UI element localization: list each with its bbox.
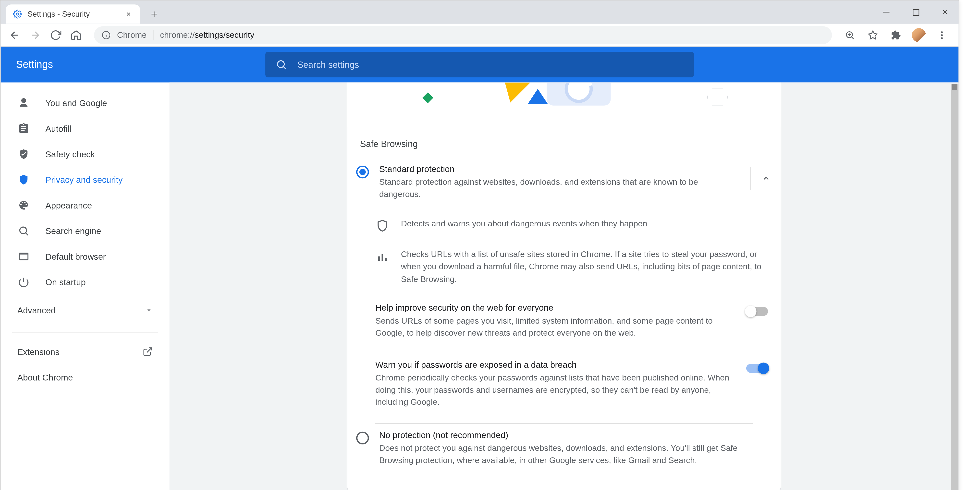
hero-illustration <box>347 83 781 127</box>
toolbar-actions <box>841 26 953 44</box>
omnibox-url: chrome://settings/security <box>160 30 254 40</box>
tab-strip: Settings - Security <box>1 1 959 24</box>
sidebar-item-privacy-security[interactable]: Privacy and security <box>1 167 170 192</box>
settings-search-input[interactable] <box>298 59 684 70</box>
svg-point-5 <box>941 34 943 36</box>
svg-rect-1 <box>913 9 919 15</box>
option-desc: Standard protection against websites, do… <box>379 177 740 200</box>
power-icon <box>17 275 30 288</box>
omnibox-scheme: chrome:// <box>160 30 194 40</box>
sidebar-item-you-and-google[interactable]: You and Google <box>1 90 170 116</box>
toggle-desc: Sends URLs of some pages you visit, limi… <box>375 315 733 339</box>
app-title: Settings <box>16 59 53 70</box>
reload-button[interactable] <box>47 26 65 44</box>
collapse-button[interactable] <box>750 167 773 190</box>
shield-icon <box>17 173 30 186</box>
detail-detects-warns: Detects and warns you about dangerous ev… <box>347 210 781 240</box>
switch-password-breach[interactable] <box>746 364 768 373</box>
option-desc: Does not protect you against dangerous w… <box>379 443 740 467</box>
safe-browsing-card: Safe Browsing Standard protection Standa… <box>347 83 781 490</box>
detail-text: Detects and warns you about dangerous ev… <box>401 217 647 233</box>
sidebar-item-label: Search engine <box>45 226 101 236</box>
settings-sidebar: You and Google Autofill Safety check <box>1 83 170 490</box>
svg-point-7 <box>278 61 284 67</box>
option-no-protection[interactable]: No protection (not recommended) Does not… <box>347 424 781 476</box>
sidebar-item-default-browser[interactable]: Default browser <box>1 243 170 269</box>
app-body: You and Google Autofill Safety check <box>1 83 959 490</box>
sidebar-advanced-toggle[interactable]: Advanced <box>1 295 170 325</box>
option-standard-protection[interactable]: Standard protection Standard protection … <box>347 158 781 210</box>
chevron-up-icon <box>761 174 770 183</box>
app-header: Settings <box>1 47 959 83</box>
close-icon[interactable] <box>124 9 134 19</box>
maximize-button[interactable] <box>906 2 925 22</box>
radio-standard[interactable] <box>356 165 369 178</box>
toggle-title: Warn you if passwords are exposed in a d… <box>375 360 733 369</box>
sidebar-item-search-engine[interactable]: Search engine <box>1 218 170 243</box>
omnibox-origin: Chrome <box>117 30 147 40</box>
toggle-title: Help improve security on the web for eve… <box>375 303 733 313</box>
browser-toolbar: Chrome chrome://settings/security <box>1 24 959 47</box>
sidebar-item-label: You and Google <box>45 98 107 108</box>
address-bar[interactable]: Chrome chrome://settings/security <box>94 26 832 44</box>
site-info-icon[interactable] <box>102 30 111 40</box>
option-title: No protection (not recommended) <box>379 431 740 440</box>
sidebar-divider <box>12 332 158 333</box>
sidebar-item-autofill[interactable]: Autofill <box>1 116 170 141</box>
omnibox-separator <box>153 30 154 40</box>
palette-icon <box>17 199 30 212</box>
settings-app: Settings You and Google <box>1 47 959 490</box>
sidebar-extensions-link[interactable]: Extensions <box>1 339 170 364</box>
search-icon <box>275 59 287 70</box>
sidebar-item-label: Safety check <box>45 149 95 159</box>
minimize-button[interactable] <box>877 2 896 22</box>
settings-search[interactable] <box>265 52 694 77</box>
extensions-puzzle-icon[interactable] <box>887 26 905 44</box>
chevron-down-icon <box>145 306 153 314</box>
sidebar-about-chrome[interactable]: About Chrome <box>1 364 170 390</box>
toggle-password-breach-warning: Warn you if passwords are exposed in a d… <box>347 350 781 418</box>
new-tab-button[interactable] <box>145 5 163 23</box>
section-heading: Safe Browsing <box>347 127 781 158</box>
svg-point-6 <box>941 37 943 39</box>
home-button[interactable] <box>67 26 85 44</box>
about-label: About Chrome <box>17 372 73 382</box>
omnibox-path: settings/security <box>195 30 254 40</box>
bar-chart-icon <box>375 249 389 263</box>
content-area: Safe Browsing Standard protection Standa… <box>170 83 959 490</box>
sidebar-item-on-startup[interactable]: On startup <box>1 269 170 295</box>
back-button[interactable] <box>6 26 24 44</box>
window-controls <box>877 1 955 24</box>
switch-help-improve[interactable] <box>746 307 768 316</box>
person-icon <box>17 97 30 109</box>
option-title: Standard protection <box>379 164 740 174</box>
sidebar-item-appearance[interactable]: Appearance <box>1 192 170 218</box>
extensions-label: Extensions <box>17 347 59 356</box>
svg-point-4 <box>941 31 943 33</box>
gear-icon <box>12 9 22 19</box>
sidebar-item-safety-check[interactable]: Safety check <box>1 142 170 167</box>
window-close-button[interactable] <box>935 2 955 22</box>
toggle-help-improve-security: Help improve security on the web for eve… <box>347 293 781 350</box>
shield-check-icon <box>17 148 30 161</box>
sidebar-item-label: On startup <box>45 277 86 286</box>
radio-no-protection[interactable] <box>356 432 369 445</box>
clipboard-icon <box>17 122 30 135</box>
tab-settings-security[interactable]: Settings - Security <box>6 5 140 24</box>
tab-title: Settings - Security <box>27 10 90 19</box>
forward-button[interactable] <box>26 26 44 44</box>
sidebar-item-label: Autofill <box>45 124 71 133</box>
bookmark-star-icon[interactable] <box>864 26 882 44</box>
sidebar-item-label: Appearance <box>45 200 92 210</box>
toggle-desc: Chrome periodically checks your password… <box>375 372 733 409</box>
svg-point-0 <box>16 13 18 15</box>
detail-text: Checks URLs with a list of unsafe sites … <box>401 248 768 285</box>
svg-point-8 <box>20 227 27 234</box>
zoom-icon[interactable] <box>841 26 859 44</box>
kebab-menu-icon[interactable] <box>933 26 951 44</box>
sidebar-item-label: Privacy and security <box>45 175 123 185</box>
profile-avatar[interactable] <box>910 26 928 44</box>
sidebar-item-label: Default browser <box>45 251 106 261</box>
browser-chrome: Settings - Security <box>1 1 959 47</box>
advanced-label: Advanced <box>17 305 56 315</box>
